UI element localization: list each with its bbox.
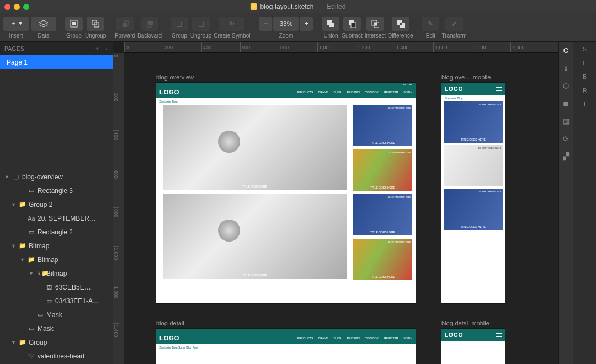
document-icon: [251, 3, 257, 10]
group-button[interactable]: [65, 17, 83, 31]
zoom-window-button[interactable]: [23, 4, 29, 10]
insert-button[interactable]: ＋ ▾: [3, 17, 29, 31]
hamburger-icon: [496, 87, 502, 91]
right-tab-strip: C ⇪ ⬡ ≣ ▦ ⟳ ▞: [558, 42, 573, 364]
ungroup-label: Ungroup: [85, 33, 106, 39]
zoom-value[interactable]: 33%: [273, 17, 299, 31]
intersect-button[interactable]: [366, 17, 384, 31]
mock-hero: TITLE GOES HERE: [163, 105, 347, 190]
create-symbol-label: Create Symbol: [214, 33, 250, 39]
artboard-overview[interactable]: FREN LOGO PRODUCTSBRANDBLOGRECIPIESTOOLB…: [156, 83, 416, 303]
artboard-detail[interactable]: LOGO PRODUCTSBRANDBLOGRECIPIESTOOLBOXREG…: [156, 329, 416, 364]
difference-label: Difference: [388, 33, 413, 39]
zoom-in-button[interactable]: +: [300, 17, 313, 31]
svg-rect-5: [123, 23, 127, 27]
subtract-button[interactable]: [343, 17, 361, 31]
mock-tile: 20. SEPTEMBER 2016TITLE GOES HERE: [353, 149, 412, 191]
union-button[interactable]: [322, 17, 339, 31]
forward-button[interactable]: [116, 17, 134, 31]
zoom-out-button[interactable]: −: [259, 17, 272, 31]
layer-row[interactable]: ▭Mask: [0, 322, 113, 335]
subtract-icon: [348, 20, 356, 28]
transform-icon[interactable]: ⟳: [561, 133, 571, 143]
mock-logo: LOGO: [159, 335, 179, 341]
distribute-icon[interactable]: ▦: [561, 116, 571, 126]
layer-row[interactable]: ▼📁Group: [0, 335, 113, 349]
mock-logo: LOGO: [445, 332, 463, 338]
settings-icon[interactable]: ⬡: [561, 81, 571, 90]
difference-button[interactable]: [392, 17, 409, 31]
artboard-label-detail-mobile[interactable]: blog-detail-mobile: [441, 320, 489, 326]
layer-row[interactable]: ▼↳📁Bitmap: [0, 266, 113, 280]
svg-rect-10: [351, 23, 356, 28]
add-page-button[interactable]: ＋: [94, 45, 100, 52]
layer-row[interactable]: ▼📁Bitmap: [0, 239, 113, 253]
ruler-horizontal: 02004006008001,0001,2001,4001,6001,8002,…: [124, 42, 558, 53]
mock-tile: 20. SEPTEMBER 2016TITLE GOES HERE: [353, 194, 412, 235]
window-title: blog-layout.sketch — Edited: [251, 3, 346, 10]
layer-row[interactable]: ▼▢blog-overview: [0, 170, 113, 184]
inspector: S F B R I: [573, 42, 596, 364]
title-bar: blog-layout.sketch — Edited: [0, 0, 596, 13]
backward-icon: [146, 20, 153, 28]
window-controls: [4, 4, 29, 10]
forward-icon: [121, 20, 129, 28]
ungroup2-button[interactable]: ◫: [192, 17, 210, 31]
mock-breadcrumb: Startseite Blog Some Blog Post: [156, 344, 416, 351]
layer-row[interactable]: ▭Rectangle 3: [0, 184, 113, 197]
mock-tile: 20. SEPTEMBER 2016TITLE GOES HERE: [444, 101, 503, 143]
minimize-window-button[interactable]: [14, 4, 20, 10]
transform-button[interactable]: ⤢: [445, 17, 463, 31]
align-icon[interactable]: ≣: [561, 98, 571, 108]
layers-icon: [39, 20, 48, 27]
data-button[interactable]: [31, 17, 56, 31]
mock-logo: LOGO: [159, 89, 179, 95]
layer-row[interactable]: ▭03433EE1-A…: [0, 294, 113, 308]
inspector-row: R: [583, 88, 587, 94]
edit-label: Edit: [426, 33, 435, 39]
layer-row[interactable]: ▼📁Group 2: [0, 197, 113, 211]
layer-row[interactable]: ♡valentines-heart: [0, 349, 113, 363]
ruler-vertical: 02004006008001,0001,2001,400: [113, 53, 124, 364]
zoom-label: Zoom: [279, 33, 294, 39]
tab-c-icon[interactable]: C: [561, 45, 571, 55]
intersect-icon: [371, 20, 379, 28]
create-symbol-button[interactable]: ↻: [219, 17, 244, 31]
artboard-label-mobile[interactable]: blog-ove…-mobile: [441, 74, 491, 81]
mock-tile: 20. SEPTEMBER 2016TITLE GOES HERE: [353, 105, 412, 146]
transform-label: Transform: [441, 33, 466, 39]
canvas[interactable]: blog-overview FREN LOGO PRODUCTSBRANDBLO…: [124, 53, 558, 364]
group2-button[interactable]: ◫: [171, 17, 188, 31]
mock-logo: LOGO: [445, 86, 463, 92]
edit-button[interactable]: ✎: [422, 17, 439, 31]
layer-row[interactable]: ▭Mask: [0, 308, 113, 322]
layer-row[interactable]: ▭Rectangle 2: [0, 225, 113, 239]
union-icon: [327, 20, 334, 28]
backward-button[interactable]: [141, 17, 158, 31]
page-item[interactable]: Page 1: [0, 55, 113, 69]
artboard-label-detail[interactable]: blog-detail: [156, 320, 184, 326]
ungroup2-label: Ungroup: [190, 33, 211, 39]
artboard-mobile[interactable]: LOGO Startseite Blog 20. SEPTEMBER 2016T…: [441, 83, 505, 303]
artboard-detail-mobile[interactable]: LOGO: [441, 329, 505, 364]
artboard-label-overview[interactable]: blog-overview: [156, 74, 194, 81]
mock-header: LOGO PRODUCTSBRANDBLOGRECIPIESTOOLBOXREG…: [156, 332, 416, 344]
ungroup-button[interactable]: [87, 17, 104, 31]
close-window-button[interactable]: [4, 4, 10, 10]
layer-row[interactable]: 🖼63CEB5E…: [0, 280, 113, 294]
union-label: Union: [323, 33, 338, 39]
layer-row[interactable]: Aa20. SEPTEMBER…: [0, 211, 113, 225]
backward-label: Backward: [137, 33, 162, 39]
collapse-pages-button[interactable]: ⌵: [105, 45, 109, 52]
svg-rect-13: [374, 23, 377, 25]
canvas-area: 02004006008001,0001,2001,4001,6001,8002,…: [113, 42, 558, 364]
inspector-row: B: [583, 74, 587, 80]
image-icon[interactable]: ▞: [561, 151, 571, 161]
difference-icon: [397, 20, 405, 28]
subtract-label: Subtract: [342, 33, 362, 39]
forward-label: Forward: [115, 33, 135, 39]
layer-row[interactable]: ▼📁Bitmap: [0, 253, 113, 266]
mock-tile: 20. SEPTEMBER 2016: [444, 145, 503, 186]
toolbar: ＋ ▾ Insert Data Group Ungroup Forward Ba…: [0, 13, 596, 42]
export-icon[interactable]: ⇪: [561, 63, 571, 73]
